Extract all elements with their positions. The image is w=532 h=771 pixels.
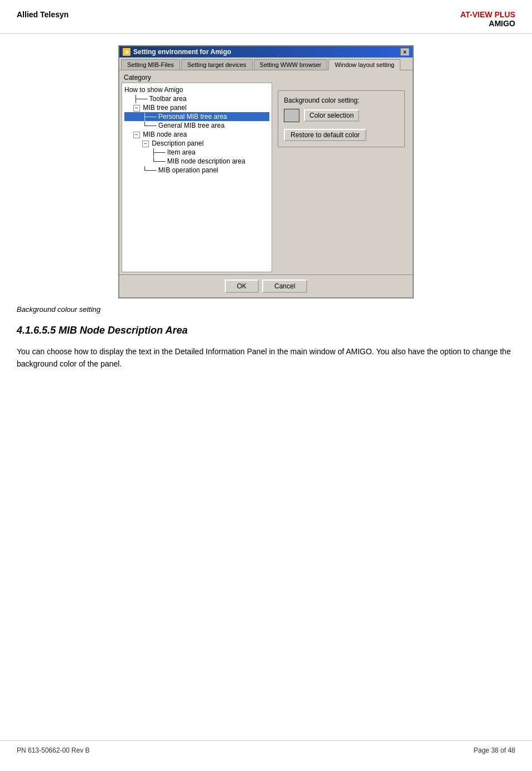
dialog-footer: OK Cancel [119,274,413,297]
product-line2: AMIGO [460,19,515,28]
footer-pn: PN 613-50662-00 Rev B [17,746,90,754]
bg-color-label: Background color setting: [284,97,399,104]
tree-item[interactable]: − MIB tree panel [124,103,269,112]
color-selection-button[interactable]: Color selection [304,109,359,122]
category-label: Category [122,73,410,83]
section-heading: 4.1.6.5.5 MIB Node Description Area [17,325,515,336]
color-swatch[interactable] [284,109,299,122]
restore-default-color-button[interactable]: Restore to default color [284,129,366,141]
tab-window-layout[interactable]: Window layout setting [328,59,400,70]
page-header: Allied Telesyn AT-VIEW PLUS AMIGO [0,0,532,34]
color-row: Color selection [284,109,399,122]
tree-item[interactable]: └── General MIB tree area [124,121,269,130]
tree-panel[interactable]: How to show Amigo ├── Toolbar area − MIB… [122,83,272,272]
tree-item[interactable]: − MIB node area [124,130,269,139]
tab-mib-files[interactable]: Setting MIB-Files [121,59,180,70]
tree-item[interactable]: How to show Amigo [124,85,269,94]
restore-btn-row: Restore to default color [284,127,399,141]
close-button[interactable]: × [400,48,409,56]
cancel-button[interactable]: Cancel [262,280,307,293]
tab-target-devices[interactable]: Setting target devices [181,59,253,70]
ok-button[interactable]: OK [225,280,259,293]
dialog-titlebar: ⚙ Setting environment for Amigo × [119,46,413,57]
page-content: ⚙ Setting environment for Amigo × Settin… [0,45,532,298]
bg-color-group: Background color setting: Color selectio… [278,90,405,147]
figure-caption: Background colour setting [17,305,532,314]
tab-www-browser[interactable]: Setting WWW browser [254,59,328,70]
dialog-tabs: Setting MIB-Files Setting target devices… [119,57,413,70]
dialog-main: How to show Amigo ├── Toolbar area − MIB… [122,83,410,272]
dialog-title: Setting environment for Amigo [133,48,231,56]
footer-page: Page 38 of 48 [473,746,515,754]
right-panel: Background color setting: Color selectio… [272,83,410,272]
body-text: You can choose how to display the text i… [17,345,515,370]
dialog-icon: ⚙ [123,48,130,56]
tree-item[interactable]: ├── Toolbar area [124,94,269,103]
company-name: Allied Telesyn [17,10,69,19]
product-line1: AT-VIEW PLUS [460,10,515,19]
tree-item[interactable]: └── MIB operation panel [124,166,269,175]
tree-item[interactable]: − Description panel [124,139,269,148]
dialog-window: ⚙ Setting environment for Amigo × Settin… [118,45,414,298]
product-name: AT-VIEW PLUS AMIGO [460,10,515,28]
dialog-body: Category How to show Amigo ├── Toolbar a… [119,70,413,274]
tree-item-personal-mib[interactable]: ├── Personal MIB tree area [124,112,269,121]
page-footer: PN 613-50662-00 Rev B Page 38 of 48 [0,740,532,760]
tree-item[interactable]: └── MIB node description area [124,157,269,166]
tree-item[interactable]: ├── Item area [124,148,269,157]
titlebar-left: ⚙ Setting environment for Amigo [123,48,231,56]
